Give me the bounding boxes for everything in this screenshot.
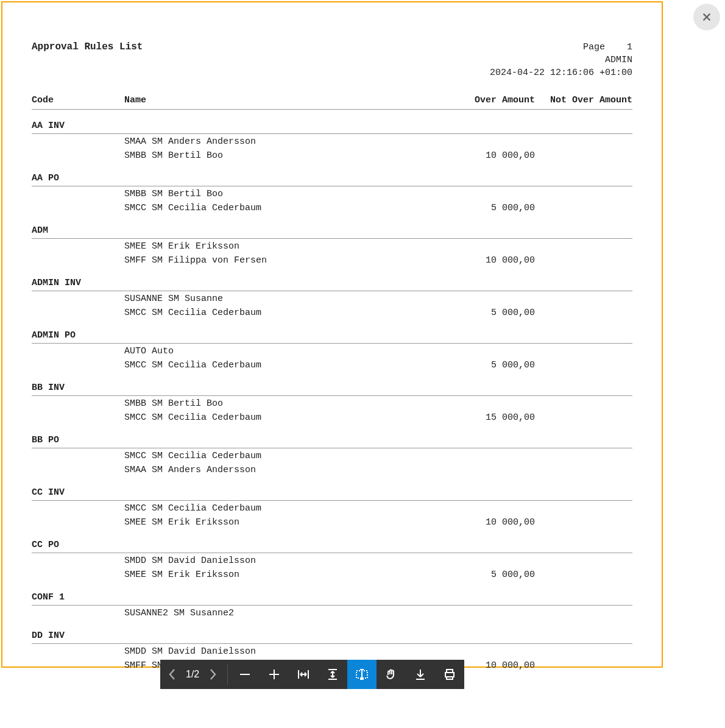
- row-over-amount: [425, 503, 535, 514]
- report-body: AA INVSMAA SM Anders AnderssonSMBB SM Be…: [32, 110, 632, 672]
- row-over-amount: [425, 465, 535, 475]
- table-row: SMCC SM Cecilia Cederbaum: [32, 501, 632, 515]
- prev-page-button[interactable]: [164, 668, 181, 680]
- next-page-button[interactable]: [204, 668, 221, 680]
- group-code: CC PO: [32, 529, 632, 553]
- row-over-amount: [425, 398, 535, 409]
- zoom-in-button[interactable]: [260, 660, 289, 689]
- col-header-name: Name: [124, 95, 425, 105]
- table-row: SMEE SM Erik Eriksson: [32, 239, 632, 253]
- col-header-over: Over Amount: [425, 95, 535, 105]
- row-name: SMCC SM Cecilia Cederbaum: [124, 308, 425, 318]
- table-row: SMEE SM Erik Eriksson5 000,00: [32, 567, 632, 581]
- minus-icon: [238, 668, 252, 681]
- row-name: SMFF SM Filippa von Fersen: [124, 255, 425, 266]
- group-code: BB PO: [32, 424, 632, 448]
- report-user: ADMIN: [32, 55, 632, 65]
- row-over-amount: [425, 189, 535, 199]
- row-over-amount: 5 000,00: [425, 308, 535, 318]
- table-row: SMAA SM Anders Andersson: [32, 134, 632, 148]
- fit-width-button[interactable]: [289, 660, 318, 689]
- report-title: Approval Rules List: [32, 41, 143, 52]
- row-over-amount: 15 000,00: [425, 412, 535, 423]
- plus-icon: [267, 668, 281, 681]
- row-over-amount: 10 000,00: [425, 150, 535, 161]
- row-name: SMBB SM Bertil Boo: [124, 150, 425, 161]
- row-over-amount: [425, 451, 535, 461]
- row-over-amount: 10 000,00: [425, 255, 535, 266]
- row-notover-amount: [535, 360, 632, 370]
- text-select-button[interactable]: [347, 660, 377, 689]
- table-row: SMDD SM David Danielsson: [32, 644, 632, 658]
- table-row: SMAA SM Anders Andersson: [32, 462, 632, 476]
- column-headers: Code Name Over Amount Not Over Amount: [32, 95, 632, 110]
- row-name: SMDD SM David Danielsson: [124, 556, 425, 566]
- table-row: SMBB SM Bertil Boo: [32, 186, 632, 200]
- table-row: SUSANNE SM Susanne: [32, 291, 632, 305]
- row-name: SMBB SM Bertil Boo: [124, 189, 425, 199]
- row-over-amount: [425, 241, 535, 252]
- chevron-right-icon: [208, 668, 217, 680]
- pan-button[interactable]: [377, 660, 406, 689]
- row-notover-amount: [535, 150, 632, 161]
- table-row: SMFF SM Filippa von Fersen10 000,00: [32, 253, 632, 267]
- row-notover-amount: [535, 203, 632, 213]
- table-row: SMCC SM Cecilia Cederbaum: [32, 448, 632, 462]
- row-notover-amount: [535, 346, 632, 356]
- fit-width-icon: [297, 668, 310, 681]
- row-name: SMBB SM Bertil Boo: [124, 398, 425, 409]
- row-over-amount: 5 000,00: [425, 203, 535, 213]
- row-notover-amount: [535, 451, 632, 461]
- row-over-amount: 5 000,00: [425, 360, 535, 370]
- row-over-amount: 5 000,00: [425, 570, 535, 580]
- row-name: AUTO Auto: [124, 346, 425, 356]
- group-code: CC INV: [32, 476, 632, 501]
- row-notover-amount: [535, 646, 632, 657]
- row-over-amount: [425, 346, 535, 356]
- text-select-icon: [355, 668, 369, 681]
- group-code: BB INV: [32, 372, 632, 396]
- zoom-out-button[interactable]: [230, 660, 260, 689]
- page-nav: 1/2: [160, 660, 225, 689]
- row-notover-amount: [535, 398, 632, 409]
- report-timestamp: 2024-04-22 12:16:06 +01:00: [32, 68, 632, 78]
- row-notover-amount: [535, 189, 632, 199]
- row-notover-amount: [535, 517, 632, 528]
- table-row: SMBB SM Bertil Boo: [32, 396, 632, 410]
- row-over-amount: [425, 646, 535, 657]
- table-row: SMBB SM Bertil Boo10 000,00: [32, 148, 632, 162]
- fit-page-button[interactable]: [318, 660, 347, 689]
- pdf-toolbar: 1/2: [160, 660, 464, 689]
- row-notover-amount: [535, 503, 632, 514]
- row-over-amount: [425, 556, 535, 566]
- document-page: Approval Rules List Page 1 ADMIN 2024-04…: [1, 1, 663, 668]
- row-notover-amount: [535, 660, 632, 671]
- fit-page-icon: [326, 668, 339, 681]
- close-button[interactable]: [693, 4, 720, 30]
- group-code: DD INV: [32, 620, 632, 644]
- chevron-left-icon: [168, 668, 177, 680]
- row-notover-amount: [535, 570, 632, 580]
- row-notover-amount: [535, 255, 632, 266]
- page-counter: 1/2: [186, 669, 199, 680]
- hand-icon: [384, 668, 398, 681]
- download-button[interactable]: [406, 660, 435, 689]
- table-row: AUTO Auto: [32, 344, 632, 358]
- group-code: ADMIN INV: [32, 267, 632, 291]
- row-name: SMEE SM Erik Eriksson: [124, 570, 425, 580]
- row-over-amount: 10 000,00: [425, 517, 535, 528]
- row-notover-amount: [535, 241, 632, 252]
- row-over-amount: [425, 608, 535, 618]
- row-notover-amount: [535, 465, 632, 475]
- row-name: SMCC SM Cecilia Cederbaum: [124, 451, 425, 461]
- row-notover-amount: [535, 608, 632, 618]
- col-header-code: Code: [32, 95, 124, 105]
- row-name: SMCC SM Cecilia Cederbaum: [124, 503, 425, 514]
- print-button[interactable]: [435, 660, 464, 689]
- row-notover-amount: [535, 308, 632, 318]
- row-name: SMCC SM Cecilia Cederbaum: [124, 412, 425, 423]
- table-row: SMCC SM Cecilia Cederbaum5 000,00: [32, 305, 632, 319]
- row-over-amount: [425, 136, 535, 147]
- table-row: SMCC SM Cecilia Cederbaum15 000,00: [32, 410, 632, 424]
- row-name: SMAA SM Anders Andersson: [124, 465, 425, 475]
